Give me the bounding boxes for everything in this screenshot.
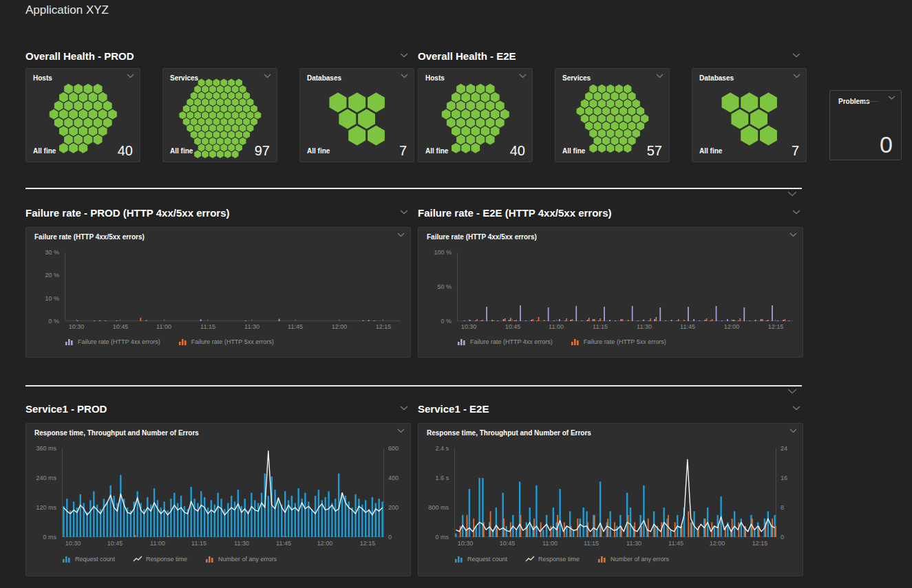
chevron-down-icon[interactable] bbox=[400, 53, 408, 58]
y-axis-tick-label: 100 % bbox=[418, 249, 452, 256]
x-axis-tick-label: 11:15 bbox=[584, 540, 599, 547]
chart-title: Response time, Throughput and Number of … bbox=[427, 429, 591, 437]
health-tile-status: All fine bbox=[33, 147, 56, 155]
legend-item[interactable]: Failure rate (HTTP 4xx errors) bbox=[65, 338, 160, 345]
section-header-service-e2e: Service1 - E2E bbox=[418, 403, 803, 417]
chart-plot-area[interactable] bbox=[62, 448, 384, 537]
health-tile-health-e2e-services[interactable]: ServicesAll fine57 bbox=[555, 68, 670, 162]
chevron-down-icon[interactable] bbox=[397, 428, 405, 433]
chart-plot-area[interactable] bbox=[457, 252, 793, 321]
chart-plot-area[interactable] bbox=[65, 252, 401, 321]
x-axis-tick-label: 12:00 bbox=[317, 540, 333, 547]
section-header-service-prod: Service1 - PROD bbox=[25, 403, 411, 417]
section-title-text: Service1 - PROD bbox=[25, 403, 107, 415]
x-axis-tick-label: 11:45 bbox=[668, 540, 683, 547]
chevron-down-icon[interactable] bbox=[789, 428, 797, 433]
failure-prod-chart-tile[interactable]: Failure rate (HTTP 4xx/5xx errors)0 %10 … bbox=[25, 227, 411, 358]
problems-count: 0 bbox=[880, 131, 893, 158]
section-divider bbox=[25, 385, 802, 386]
chart-legend: Failure rate (HTTP 4xx errors)Failure ra… bbox=[65, 338, 274, 345]
y-axis-tick-label: 0 % bbox=[26, 318, 59, 325]
health-tile-health-prod-services[interactable]: ServicesAll fine97 bbox=[162, 68, 277, 162]
health-tile-health-prod-hosts[interactable]: HostsAll fine40 bbox=[25, 68, 140, 162]
bar-series-icon bbox=[65, 338, 74, 345]
legend-label: Response time bbox=[146, 556, 187, 563]
chart-plot-area[interactable] bbox=[454, 448, 776, 537]
chevron-down-icon[interactable] bbox=[401, 74, 408, 78]
y-axis-tick-label: 800 ms bbox=[418, 504, 449, 511]
health-tile-health-prod-databases[interactable]: DatabasesAll fine7 bbox=[299, 68, 414, 162]
legend-label: Response time bbox=[538, 556, 580, 563]
legend-label: Request count bbox=[467, 556, 507, 563]
section-header-failure-e2e: Failure rate - E2E (HTTP 4xx/5xx errors) bbox=[418, 207, 803, 221]
health-tile-status: All fine bbox=[170, 147, 193, 155]
x-axis-tick-label: 10:30 bbox=[458, 540, 474, 547]
x-axis-tick-label: 12:15 bbox=[360, 540, 376, 547]
y-axis-right-tick-label: 0 bbox=[388, 534, 392, 541]
y-axis-right-tick-label: 0 bbox=[781, 534, 784, 541]
x-axis-tick-label: 11:45 bbox=[276, 540, 291, 547]
problems-tile[interactable]: Problems 0 bbox=[829, 90, 902, 160]
legend-item[interactable]: Request count bbox=[454, 556, 507, 563]
section-divider bbox=[25, 188, 802, 189]
health-tile-health-e2e-hosts[interactable]: HostsAll fine40 bbox=[418, 68, 533, 162]
x-axis-tick-label: 11:30 bbox=[626, 540, 641, 547]
health-tile-health-e2e-databases[interactable]: DatabasesAll fine7 bbox=[692, 68, 807, 162]
chevron-down-icon[interactable] bbox=[127, 74, 134, 78]
dashboard: Application XYZ Overall Health - PROD Ov… bbox=[0, 0, 912, 588]
failure-e2e-chart-tile[interactable]: Failure rate (HTTP 4xx/5xx errors)0 %50 … bbox=[418, 227, 803, 358]
y-axis-right-tick-label: 200 bbox=[388, 504, 399, 511]
legend-item[interactable]: Response time bbox=[133, 556, 187, 563]
chart-title: Failure rate (HTTP 4xx/5xx errors) bbox=[34, 233, 145, 241]
health-tile-count: 97 bbox=[255, 143, 270, 159]
legend-item[interactable]: Request count bbox=[62, 556, 115, 563]
health-tile-status: All fine bbox=[562, 147, 585, 155]
chevron-down-icon[interactable] bbox=[888, 96, 895, 100]
chevron-down-icon[interactable] bbox=[400, 406, 408, 411]
y-axis-tick-label: 50 % bbox=[418, 283, 452, 290]
legend-item[interactable]: Number of any errors bbox=[597, 556, 669, 563]
bar-series-icon bbox=[62, 556, 72, 563]
bar-series-icon bbox=[457, 338, 467, 345]
chevron-down-icon[interactable] bbox=[792, 210, 800, 215]
x-axis-tick-label: 11:00 bbox=[542, 540, 558, 547]
health-tile-count: 7 bbox=[399, 143, 407, 159]
legend-item[interactable]: Response time bbox=[525, 556, 580, 563]
chart-title: Failure rate (HTTP 4xx/5xx errors) bbox=[427, 233, 537, 241]
y-axis-tick-label: 20 % bbox=[26, 272, 59, 279]
chart-title: Response time, Throughput and Number of … bbox=[34, 429, 199, 437]
service-e2e-chart-tile[interactable]: Response time, Throughput and Number of … bbox=[418, 423, 803, 576]
x-axis-tick-label: 11:00 bbox=[150, 540, 165, 547]
chevron-down-icon[interactable] bbox=[397, 232, 405, 237]
health-tile-label: Hosts bbox=[425, 74, 445, 82]
chevron-down-icon[interactable] bbox=[400, 210, 408, 215]
chevron-down-icon[interactable] bbox=[793, 74, 800, 78]
y-axis-right-tick-label: 16 bbox=[781, 475, 787, 481]
bar-series-icon bbox=[205, 556, 215, 563]
legend-item[interactable]: Failure rate (HTTP 5xx errors) bbox=[571, 338, 666, 345]
bar-series-icon bbox=[178, 338, 188, 345]
chevron-down-icon[interactable] bbox=[656, 74, 664, 78]
page-title: Application XYZ bbox=[25, 3, 109, 17]
section-header-health-e2e: Overall Health - E2E bbox=[418, 50, 803, 64]
honeycomb-chart bbox=[441, 83, 511, 154]
chevron-down-icon[interactable] bbox=[787, 191, 797, 197]
chevron-down-icon[interactable] bbox=[787, 389, 797, 394]
section-title-text: Service1 - E2E bbox=[418, 403, 489, 415]
chevron-down-icon[interactable] bbox=[792, 53, 800, 58]
y-axis-right-tick-label: 400 bbox=[388, 475, 399, 481]
legend-label: Request count bbox=[75, 556, 115, 563]
chevron-down-icon[interactable] bbox=[792, 406, 800, 411]
legend-item[interactable]: Failure rate (HTTP 4xx errors) bbox=[457, 338, 553, 345]
chevron-down-icon[interactable] bbox=[789, 232, 797, 237]
x-axis-tick-label: 10:45 bbox=[505, 323, 521, 330]
chart-legend: Failure rate (HTTP 4xx errors)Failure ra… bbox=[457, 338, 666, 345]
x-axis-tick-label: 12:00 bbox=[724, 323, 740, 330]
y-axis-tick-label: 1.6 s bbox=[418, 475, 449, 481]
service-prod-chart-tile[interactable]: Response time, Throughput and Number of … bbox=[25, 423, 411, 576]
legend-item[interactable]: Failure rate (HTTP 5xx errors) bbox=[178, 338, 274, 345]
chevron-down-icon[interactable] bbox=[519, 74, 527, 78]
section-header-health-prod: Overall Health - PROD bbox=[25, 50, 411, 64]
chevron-down-icon[interactable] bbox=[264, 74, 271, 78]
legend-item[interactable]: Number of any errors bbox=[205, 556, 277, 563]
